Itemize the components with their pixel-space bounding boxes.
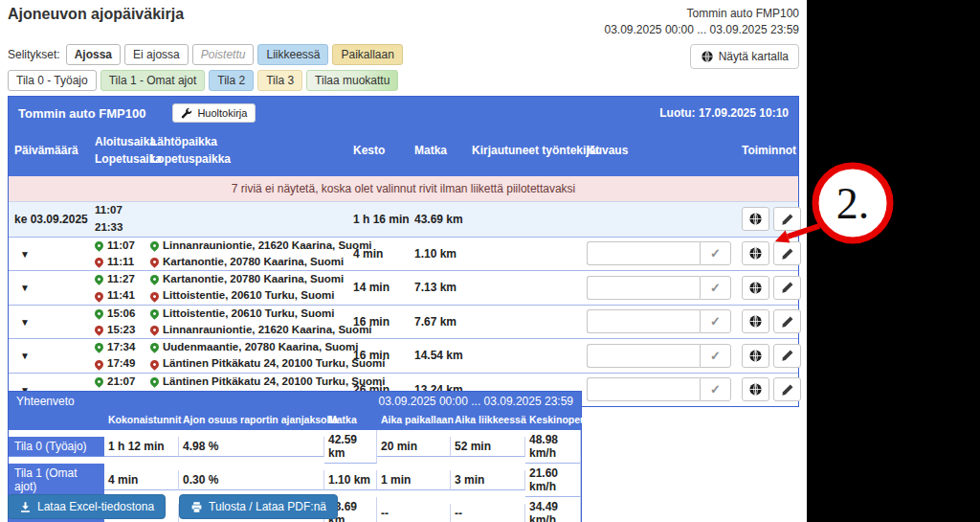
download-excel-button[interactable]: Lataa Excel-tiedostona: [8, 494, 166, 519]
trip-map-button[interactable]: [742, 276, 769, 300]
trip-distance: 14.54 km: [409, 349, 462, 362]
trip-row: ▼ 11:07 11:11 Linnanrauniontie, 21620 Ka…: [9, 238, 798, 272]
description-input[interactable]: [587, 309, 700, 333]
start-pin-icon: [148, 273, 161, 285]
black-sidebar-region: [807, 0, 980, 522]
pencil-icon: [781, 213, 794, 226]
day-summary-row: ke 03.09.2025 11:07 21:33 1 h 16 min 43.…: [9, 202, 798, 238]
download-excel-label: Lataa Excel-tiedostona: [37, 500, 154, 513]
globe-icon: [748, 246, 763, 261]
pencil-icon: [781, 383, 794, 397]
summary-row: Tila 0 (Työajo) 1 h 12 min 4.98 % 42.59 …: [9, 430, 581, 464]
trip-table: Tommin auto FMP100 Huoltokirja Luotu: 17…: [8, 96, 799, 407]
description-input[interactable]: [587, 241, 700, 265]
end-pin-icon: [93, 256, 105, 268]
download-icon: [19, 501, 32, 513]
legend-chip-ajossa[interactable]: Ajossa: [66, 44, 121, 65]
sum-col-avg-speed: Keskinopeus: [525, 411, 593, 430]
expand-caret-icon[interactable]: ▼: [14, 283, 30, 293]
globe-icon: [701, 50, 714, 63]
start-pin-icon: [148, 341, 161, 353]
expand-caret-icon[interactable]: ▼: [14, 351, 30, 361]
day-edit-button[interactable]: [773, 207, 801, 231]
show-on-map-label: Näytä kartalla: [719, 50, 789, 63]
end-pin-icon: [93, 358, 105, 371]
created-timestamp: Luotu: 17.09.2025 10:10: [659, 106, 789, 120]
print-pdf-button[interactable]: Tulosta / Lataa PDF:nä: [179, 494, 338, 519]
legend: Selitykset: Ajossa Ei ajossa Poistettu L…: [8, 44, 678, 96]
trip-distance: 1.10 km: [409, 247, 462, 261]
legend-chip-tila3[interactable]: Tila 3: [257, 70, 302, 91]
globe-icon: [748, 314, 763, 329]
show-on-map-button[interactable]: Näytä kartalla: [690, 44, 799, 69]
print-pdf-label: Tulosta / Lataa PDF:nä: [209, 500, 326, 513]
end-pin-icon: [148, 358, 161, 371]
col-date: Päivämäärä: [9, 144, 89, 157]
end-pin-icon: [93, 290, 105, 303]
save-description-button[interactable]: ✓: [700, 344, 731, 368]
col-distance: Matka: [409, 144, 462, 157]
save-description-button[interactable]: ✓: [700, 241, 731, 265]
start-pin-icon: [93, 375, 105, 388]
description-input[interactable]: [587, 377, 700, 401]
trip-map-button[interactable]: [742, 241, 769, 265]
report-date-range: 03.09.2025 00:00 ... 03.09.2025 23:59: [604, 22, 799, 38]
trip-edit-button[interactable]: [773, 241, 801, 265]
trip-edit-button[interactable]: [773, 377, 801, 401]
table-vehicle-name: Tommin auto FMP100: [18, 106, 145, 121]
page-title: Ajoneuvon ajopäiväkirja: [8, 6, 184, 23]
trip-edit-button[interactable]: [773, 309, 801, 333]
description-input[interactable]: [587, 276, 700, 300]
start-pin-icon: [93, 273, 105, 285]
trip-map-button[interactable]: [742, 309, 769, 333]
legend-chip-ei-ajossa[interactable]: Ei ajossa: [124, 44, 189, 65]
legend-chip-tila2[interactable]: Tila 2: [209, 70, 254, 91]
save-description-button[interactable]: ✓: [700, 377, 731, 401]
maintenance-log-button[interactable]: Huoltokirja: [172, 103, 256, 123]
expand-caret-icon[interactable]: ▼: [14, 249, 30, 260]
wrench-icon: [181, 107, 192, 119]
save-description-button[interactable]: ✓: [700, 276, 731, 300]
col-duration: Kesto: [347, 144, 409, 157]
trip-duration: 16 min: [347, 315, 409, 329]
start-pin-icon: [93, 341, 105, 353]
legend-chip-paikallaan[interactable]: Paikallaan: [332, 44, 402, 65]
trip-edit-button[interactable]: [773, 344, 801, 368]
start-pin-icon: [93, 307, 105, 320]
trip-map-button[interactable]: [742, 377, 769, 401]
globe-icon: [748, 281, 763, 295]
pencil-icon: [781, 349, 794, 362]
trip-map-button[interactable]: [742, 344, 769, 368]
sum-col-total-hours: Kokonaistunnit: [104, 411, 179, 430]
save-description-button[interactable]: ✓: [700, 309, 731, 333]
legend-chip-tila0[interactable]: Tila 0 - Työajo: [8, 70, 97, 91]
day-distance: 43.69 km: [409, 213, 462, 226]
expand-caret-icon[interactable]: ▼: [14, 317, 30, 328]
trip-edit-button[interactable]: [773, 276, 801, 300]
globe-icon: [748, 382, 763, 397]
sum-col-share: Ajon osuus raportin ajanjaksolla: [179, 411, 324, 430]
end-pin-icon: [148, 256, 161, 268]
legend-chip-tila1[interactable]: Tila 1 - Omat ajot: [100, 70, 206, 91]
printer-icon: [190, 501, 203, 513]
legend-chip-tilaa-muokattu[interactable]: Tilaa muokattu: [306, 70, 398, 91]
legend-chip-liikkeessa[interactable]: Liikkeessä: [257, 44, 328, 65]
description-input[interactable]: [587, 344, 700, 368]
driving-log-page: Ajoneuvon ajopäiväkirja Tommin auto FMP1…: [0, 0, 980, 522]
col-description: Kuvaus: [581, 144, 736, 157]
start-pin-icon: [148, 307, 161, 320]
day-duration: 1 h 16 min: [347, 213, 409, 226]
sum-col-idle: Aika paikallaan: [377, 411, 451, 430]
col-employees: Kirjautuneet työntekijät: [462, 144, 581, 157]
trip-duration: 14 min: [347, 281, 409, 294]
summary-column-headers: Kokonaistunnit Ajon osuus raportin ajanj…: [9, 411, 581, 430]
col-actions: Toiminnot: [736, 144, 806, 157]
legend-chip-poistettu[interactable]: Poistettu: [192, 44, 255, 65]
end-pin-icon: [148, 324, 161, 336]
day-map-button[interactable]: [742, 207, 769, 231]
trip-distance: 7.67 km: [409, 315, 462, 329]
report-header-info: Tommin auto FMP100 03.09.2025 00:00 ... …: [604, 6, 799, 39]
day-times: 11:07 21:33: [89, 202, 145, 237]
globe-icon: [748, 212, 763, 226]
table-column-headers: Päivämäärä Aloitusaika Lopetusaika Lähtö…: [9, 129, 798, 176]
